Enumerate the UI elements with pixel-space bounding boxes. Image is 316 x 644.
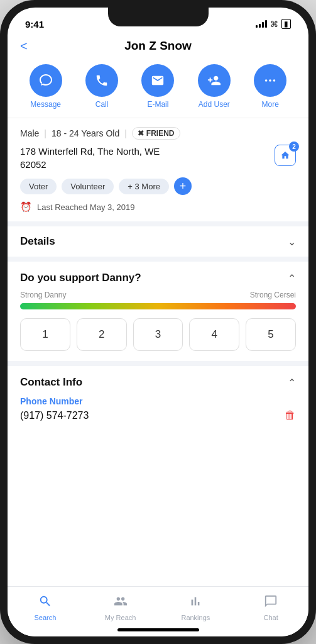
phone-number: (917) 574-7273 [20, 410, 89, 421]
signal-icon [256, 20, 267, 28]
search-nav-label: Search [34, 614, 56, 621]
more-label: More [262, 100, 279, 109]
status-icons: ⌘ ▮ [256, 19, 291, 29]
details-chevron-icon: ⌄ [288, 236, 296, 248]
home-badge[interactable]: 2 [275, 145, 296, 166]
contact-title: Contact Info [20, 376, 82, 389]
nav-rankings[interactable]: Rankings [158, 592, 234, 624]
svg-point-2 [273, 79, 276, 82]
age-label: 18 - 24 Years Old [52, 128, 119, 138]
more-icon [254, 64, 286, 97]
add-tag-button[interactable]: + [174, 177, 192, 195]
contact-section-header: Contact Info ⌃ [20, 376, 296, 389]
profile-section: Male | 18 - 24 Years Old | ✖ FRIEND 178 … [8, 118, 308, 226]
search-nav-icon [38, 594, 52, 612]
add-user-button[interactable]: Add User [198, 64, 231, 109]
chat-nav-label: Chat [264, 614, 278, 621]
scale-left-label: Strong Danny [20, 291, 66, 299]
scale-labels: Strong Danny Strong Cersei [20, 291, 296, 299]
my-reach-nav-label: My Reach [105, 614, 136, 621]
details-title: Details [20, 235, 55, 248]
message-icon [30, 64, 62, 97]
message-label: Message [30, 100, 61, 109]
action-bar: Message Call E-Mail Add User [8, 59, 308, 118]
delete-phone-button[interactable]: 🗑 [285, 409, 296, 422]
contact-section: Contact Info ⌃ Phone Number (917) 574-72… [8, 366, 308, 432]
clock-icon: ⏰ [20, 201, 32, 213]
rating-btn-3[interactable]: 3 [133, 318, 183, 351]
gradient-bar [20, 303, 296, 309]
last-reached-row: ⏰ Last Reached May 3, 2019 [20, 201, 296, 213]
tag-voter: Voter [20, 179, 57, 194]
my-reach-nav-icon [114, 594, 128, 612]
home-indicator [117, 628, 199, 631]
phone-frame: 9:41 ⌘ ▮ < Jon Z Snow [0, 0, 316, 644]
rating-btn-4[interactable]: 4 [189, 318, 239, 351]
rating-btn-5[interactable]: 5 [246, 318, 296, 351]
status-time: 9:41 [25, 19, 44, 30]
call-button[interactable]: Call [85, 64, 118, 109]
scale-right-label: Strong Cersei [250, 291, 296, 299]
email-button[interactable]: E-Mail [141, 64, 174, 109]
nav-my-reach[interactable]: My Reach [83, 592, 158, 624]
rating-buttons: 1 2 3 4 5 [20, 318, 296, 351]
call-label: Call [95, 100, 109, 109]
notch [108, 8, 209, 26]
survey-section: Do you support Danny? ⌃ Strong Danny Str… [8, 262, 308, 366]
address-line1: 178 Winterfell Rd, The North, WE [20, 146, 160, 157]
chat-nav-icon [264, 594, 278, 612]
rating-btn-2[interactable]: 2 [77, 318, 127, 351]
friend-label: FRIEND [146, 129, 175, 138]
rankings-nav-label: Rankings [181, 614, 210, 621]
survey-chevron-icon[interactable]: ⌃ [288, 272, 296, 284]
rankings-nav-icon [188, 594, 202, 612]
add-user-icon [198, 64, 231, 97]
scroll-area: Male | 18 - 24 Years Old | ✖ FRIEND 178 … [8, 118, 308, 586]
nav-chat[interactable]: Chat [233, 592, 308, 624]
email-label: E-Mail [147, 100, 168, 109]
tag-volunteer: Volunteer [62, 179, 114, 194]
back-button[interactable]: < [20, 39, 28, 53]
details-section-header[interactable]: Details ⌄ [8, 226, 308, 262]
nav-search[interactable]: Search [8, 592, 83, 624]
message-button[interactable]: Message [30, 64, 62, 109]
gender-label: Male [20, 128, 39, 138]
friend-badge: ✖ FRIEND [132, 127, 180, 140]
email-icon [141, 64, 174, 97]
phone-screen: 9:41 ⌘ ▮ < Jon Z Snow [8, 8, 308, 636]
page-title: Jon Z Snow [124, 39, 192, 53]
address-line2: 62052 [20, 159, 46, 170]
more-button[interactable]: More [254, 64, 286, 109]
battery-icon: ▮ [281, 19, 291, 29]
address-row: 178 Winterfell Rd, The North, WE 62052 2 [20, 145, 296, 171]
contact-chevron-icon[interactable]: ⌃ [288, 377, 296, 389]
home-count: 2 [289, 142, 299, 152]
last-reached-text: Last Reached May 3, 2019 [37, 203, 134, 212]
svg-point-1 [269, 79, 271, 82]
add-user-label: Add User [199, 100, 230, 109]
page-header: < Jon Z Snow [8, 35, 308, 59]
friend-icon: ✖ [138, 129, 144, 138]
survey-title: Do you support Danny? [20, 272, 141, 284]
demographics-row: Male | 18 - 24 Years Old | ✖ FRIEND [20, 127, 296, 140]
wifi-icon: ⌘ [270, 19, 278, 29]
survey-header: Do you support Danny? ⌃ [20, 272, 296, 284]
tags-row: Voter Volunteer + 3 More + [20, 177, 296, 195]
rating-btn-1[interactable]: 1 [20, 318, 70, 351]
tag-more[interactable]: + 3 More [119, 179, 169, 194]
phone-row: (917) 574-7273 🗑 [20, 409, 296, 422]
phone-label: Phone Number [20, 396, 296, 406]
call-icon [85, 64, 118, 97]
svg-point-0 [265, 79, 268, 82]
